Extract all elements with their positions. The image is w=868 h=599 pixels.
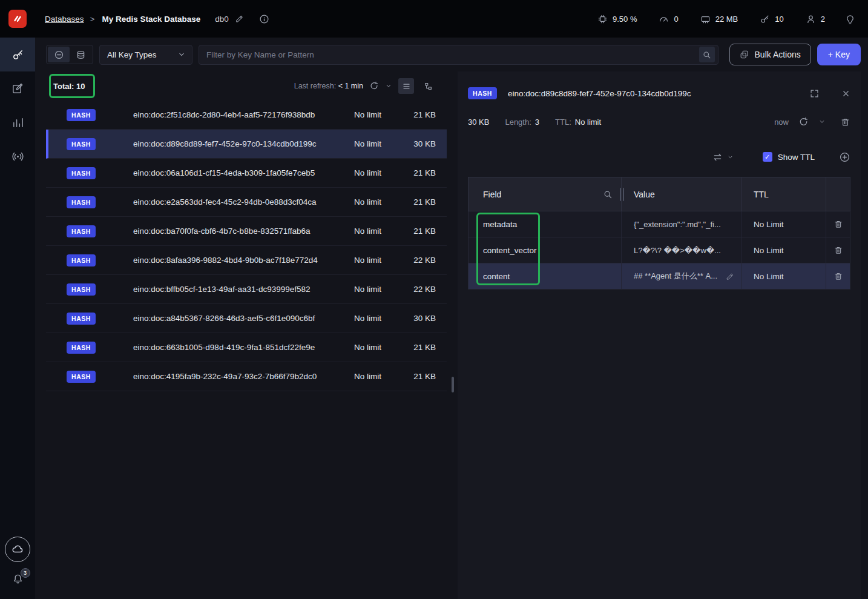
key-list-row[interactable]: HASH eino:doc:a84b5367-8266-46d3-aef5-c6… [46,304,447,333]
stat-clients: 2 [806,14,825,24]
stat-commands: 0 [659,14,678,24]
key-list-row[interactable]: HASH eino:doc:4195fa9b-232c-49a7-93c2-7b… [46,362,447,391]
key-type-badge: HASH [67,371,96,383]
key-list-row[interactable]: HASH eino:doc:e2a563dd-fec4-45c2-94db-0e… [46,188,447,217]
key-ttl: No limit [354,168,406,177]
key-ttl: No limit [354,285,406,294]
field-name: content_vector [469,237,622,263]
field-value: ## **Agent 是什么** A... [634,271,722,282]
hash-field-controls: ✓ Show TTL [468,149,850,165]
key-list-row[interactable]: HASH eino:doc:2f51c8dc-2d80-4eb4-aaf5-72… [46,101,447,130]
panel-resizer[interactable] [452,377,454,392]
fullscreen-icon[interactable] [809,88,820,99]
delete-field-icon[interactable] [833,271,843,281]
key-list-row[interactable]: HASH eino:doc:8afaa396-9882-4bd4-9b0b-ac… [46,246,447,275]
key-name: eino:doc:e2a563dd-fec4-45c2-94db-0e88d3c… [133,197,354,207]
broadcast-icon [12,150,24,163]
sidebar-item-browser[interactable] [0,38,35,71]
db-info-icon[interactable] [259,14,269,24]
stat-commands-value: 0 [674,15,678,24]
stat-keys-value: 10 [775,15,783,24]
close-details-icon[interactable] [841,89,850,98]
delete-field-icon[interactable] [833,245,843,255]
field-name: content [469,263,622,289]
sidebar-item-analytics[interactable] [0,105,35,139]
refresh-keys-icon[interactable] [369,81,379,91]
key-size: 22 KB [406,285,436,294]
edit-db-alias-icon[interactable] [235,14,245,24]
show-ttl-label: Show TTL [778,153,815,162]
column-header-ttl: TTL [741,177,826,211]
add-key-button[interactable]: + Key [817,44,861,65]
tree-view-button[interactable] [420,78,436,94]
redis-logo[interactable] [0,0,35,38]
db-index-label: db0 [215,15,229,24]
filter-mode-switch [46,45,93,64]
breadcrumb-databases-link[interactable]: Databases [45,15,84,24]
key-size: 21 KB [406,372,436,381]
pencil-square-icon [12,82,24,95]
breadcrumb-separator: > [90,15,95,24]
delete-key-icon[interactable] [840,117,850,127]
refresh-settings-chevron-icon[interactable] [385,82,392,90]
stat-clients-value: 2 [821,15,825,24]
stat-keys: 10 [760,14,783,24]
main-area: All Key Types Bulk Actions + Key Total: … [35,38,868,599]
column-header-field: Field [469,177,622,211]
key-search [199,45,718,65]
column-header-value: Value [622,177,741,211]
key-name: eino:doc:06a106d1-cf15-4eda-b309-1fa05fe… [133,168,354,177]
key-size: 30 KB [406,314,436,323]
refresh-key-chevron-icon[interactable] [818,118,826,125]
search-icon [702,50,711,59]
key-ttl: No limit [354,343,406,352]
search-input[interactable] [206,50,699,59]
field-ttl: No Limit [741,237,826,263]
key-name: eino:doc:ba70f0fa-cbf6-4b7c-b8be-832571f… [133,227,354,236]
show-ttl-checkbox[interactable]: ✓ [763,152,772,162]
key-list-row[interactable]: HASH eino:doc:bffb05cf-1e13-49af-aa31-dc… [46,275,447,304]
column-resize-handle[interactable] [618,188,625,201]
key-type-dropdown-value: All Key Types [107,50,157,59]
field-rows: metadata {"_extension":".md","_fi... No … [468,211,850,290]
key-type-badge: HASH [468,87,497,99]
key-type-badge: HASH [67,313,96,325]
sidebar-item-pubsub[interactable] [0,139,35,173]
key-size: 21 KB [406,227,436,236]
edit-value-icon[interactable] [726,272,735,281]
key-size: 21 KB [406,197,436,207]
cloud-icon [11,543,24,556]
key-ttl-meta: TTL: No limit [555,117,601,127]
key-type-dropdown[interactable]: All Key Types [99,45,192,65]
sidebar-item-workbench[interactable] [0,71,35,105]
key-details-header: HASH eino:doc:d89c8d89-fef7-452e-97c0-13… [468,86,850,101]
add-field-icon[interactable] [839,151,850,163]
insights-lightbulb-icon[interactable] [844,13,856,25]
key-details-panel: HASH eino:doc:d89c8d89-fef7-452e-97c0-13… [458,71,861,599]
scan-keys-button[interactable] [70,47,91,62]
key-list-row[interactable]: HASH eino:doc:663b1005-d98d-419c-9fa1-85… [46,333,447,362]
key-list-row[interactable]: HASH eino:doc:d89c8d89-fef7-452e-97c0-13… [46,130,447,159]
key-list-row[interactable]: HASH eino:doc:ba70f0fa-cbf6-4b7c-b8be-83… [46,217,447,246]
sidebar-item-notifications[interactable]: 3 [9,571,27,588]
bulk-actions-button[interactable]: Bulk Actions [729,44,811,65]
field-row[interactable]: metadata {"_extension":".md","_fi... No … [468,211,850,237]
list-view-button[interactable] [398,78,414,94]
key-ttl: No limit [354,314,406,323]
delete-field-icon[interactable] [833,219,843,229]
format-selector[interactable] [712,152,734,162]
search-fields-icon[interactable] [603,190,613,199]
key-ttl: No limit [354,256,406,265]
key-list-row[interactable]: HASH eino:doc:06a106d1-cf15-4eda-b309-1f… [46,159,447,188]
show-ttl-toggle[interactable]: ✓ Show TTL [763,152,815,162]
key-ttl: No limit [354,139,406,148]
field-row[interactable]: content ## **Agent 是什么** A... No Limit [468,263,850,290]
field-row[interactable]: content_vector L?�?\? ��>��w�... No Limi… [468,237,850,263]
key-details-meta: 30 KB Length: 3 TTL: No limit now [468,116,850,127]
refresh-key-icon[interactable] [798,117,809,127]
key-size: 21 KB [406,343,436,352]
key-list-panel: Total: 10 Last refresh: < 1 min HASH ein… [46,71,447,599]
search-button[interactable] [699,47,715,62]
sidebar-item-cloud[interactable] [5,537,30,562]
filter-by-type-button[interactable] [48,47,70,62]
